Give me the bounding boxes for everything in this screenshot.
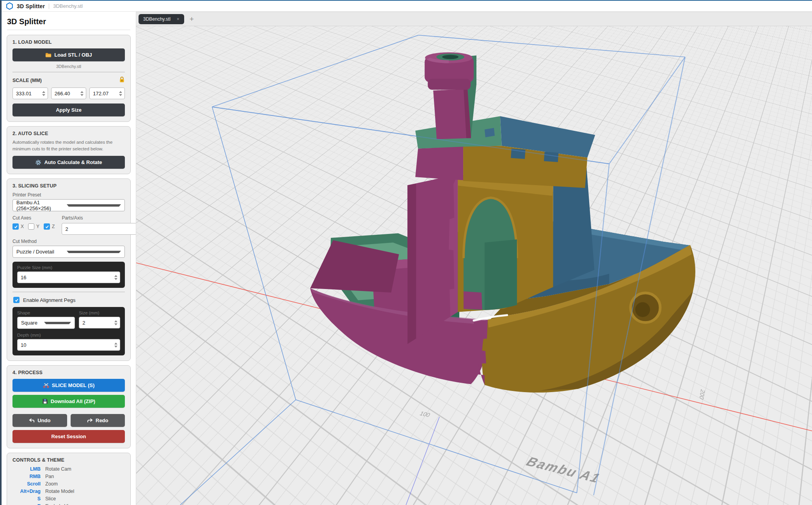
reset-session-button[interactable]: Reset Session [12,430,125,443]
scene-overlay: 100 100 200 Bambu A1 [136,26,812,505]
cut-method-label: Cut Method [12,239,125,244]
shortcut-row: LMBRotate Cam [12,466,125,472]
scale-z-stepper[interactable] [117,91,124,96]
printer-preset-label: Printer Preset [12,192,125,198]
app-window: 3D Splitter 3DBenchy.stl 3D Splitter 1. … [0,0,812,505]
cut-axis-y-checkbox[interactable] [28,223,34,230]
apply-size-button[interactable]: Apply Size [12,103,125,116]
sidebar-title-rule [7,30,130,30]
header-separator [49,4,49,9]
scale-y-field[interactable] [51,87,87,99]
load-model-heading: 1. LOAD MODEL [12,39,125,45]
scale-z-field[interactable] [89,87,125,99]
parts-axis-field[interactable] [62,223,136,235]
scene-canvas[interactable]: 100 100 200 Bambu A1 [136,26,812,505]
app-title: 3D Splitter [17,3,45,9]
panel-slicing-setup: 3. SLICING SETUP Printer Preset Bambu A1… [7,178,131,361]
redo-button[interactable]: Redo [71,414,125,427]
puzzle-size-field[interactable] [17,271,120,283]
peg-depth-label: Depth (mm) [17,333,120,337]
peg-depth-stepper[interactable] [112,343,120,348]
parts-axis-input[interactable] [62,226,134,232]
shortcut-row: Alt+DragRotate Model [12,489,125,494]
puzzle-size-input[interactable] [18,275,112,280]
chevron-down-icon [44,322,71,324]
cut-method-select[interactable]: Puzzle / Dovetail [12,246,125,258]
app-header: 3D Splitter 3DBenchy.stl [2,1,812,12]
cut-axis-z-label: Z [52,224,55,229]
shortcut-row: RMBPan [12,474,125,479]
new-tab-button[interactable]: + [190,15,194,23]
download-all-button[interactable]: Download All (ZIP) [12,395,125,408]
peg-shape-label: Shape [17,310,75,315]
scale-y-stepper[interactable] [78,91,86,96]
open-file-name: 3DBenchy.stl [53,3,83,9]
sidebar: 3D Splitter 1. LOAD MODEL Load STL / OBJ… [2,12,136,505]
scale-y-input[interactable] [52,91,78,96]
puzzle-size-stepper[interactable] [112,275,120,280]
scissors-icon [43,382,49,388]
cut-axis-z-checkbox[interactable] [44,223,50,230]
scale-z-input[interactable] [90,91,117,96]
cut-axis-x-label: X [21,224,24,229]
app-logo-hexagon-icon [6,2,13,10]
panel-divider [12,72,125,72]
redo-arrow-icon [87,418,93,423]
cut-axes-label: Cut Axes [12,215,57,221]
tab-3dbenchy[interactable]: 3DBenchy.stl × [139,14,184,24]
folder-icon [45,52,52,58]
y-axis-line [406,417,439,505]
slice-model-button[interactable]: SLICE MODEL (S) [12,379,125,392]
viewport-3d[interactable]: 3DBenchy.stl × + [136,12,812,505]
parts-axis-label: Parts/Axis [62,215,136,221]
auto-calculate-rotate-button[interactable]: Auto Calculate & Rotate [12,156,125,169]
chevron-down-icon [67,204,121,207]
load-stl-obj-button[interactable]: Load STL / OBJ [12,48,125,61]
cut-axis-y-label: Y [36,224,39,229]
peg-depth-input[interactable] [18,342,112,348]
panel-controls-theme: CONTROLS & THEME LMBRotate Cam RMBPan Sc… [7,453,131,505]
tab-bar: 3DBenchy.stl × + [136,12,812,26]
scale-x-stepper[interactable] [40,91,48,96]
shortcut-row: EExplode View [12,503,125,505]
auto-slice-description: Automatically rotates the model and calc… [12,139,125,152]
puzzle-options-panel: Puzzle Size (mm) [12,262,125,288]
tab-label: 3DBenchy.stl [143,16,171,22]
auto-slice-heading: 2. AUTO SLICE [12,131,125,136]
benchy-model[interactable] [310,52,695,393]
save-icon [42,398,48,404]
cut-axis-x-checkbox[interactable] [12,223,19,230]
gear-icon [35,159,41,166]
enable-alignment-pegs-checkbox[interactable] [13,297,20,303]
peg-options-panel: Shape Square Size (mm) [12,307,125,355]
peg-size-field[interactable] [79,317,120,328]
grid-label: 200 [698,388,706,401]
loaded-filename: 3DBenchy.stl [12,64,125,69]
shortcut-row: SSlice [12,496,125,501]
peg-size-input[interactable] [79,320,112,326]
scale-x-input[interactable] [13,91,40,96]
peg-depth-field[interactable] [17,339,120,351]
panel-auto-slice: 2. AUTO SLICE Automatically rotates the … [7,126,131,174]
shortcut-list: LMBRotate Cam RMBPan ScrollZoom Alt+Drag… [12,466,125,505]
chevron-down-icon [67,251,121,253]
undo-button[interactable]: Undo [12,414,67,427]
printer-preset-select[interactable]: Bambu A1 (256×256×256) [12,199,125,211]
scale-lock-icon[interactable] [119,76,125,84]
peg-size-stepper[interactable] [112,320,120,325]
enable-alignment-pegs-label: Enable Alignment Pegs [23,297,75,303]
bed-name-label: Bambu A1 [523,455,605,485]
scale-x-field[interactable] [12,87,48,99]
panel-load-model: 1. LOAD MODEL Load STL / OBJ 3DBenchy.st… [7,35,131,122]
puzzle-size-label: Puzzle Size (mm) [17,265,120,270]
panel-divider [12,292,125,292]
tab-close-icon[interactable]: × [177,16,179,22]
peg-shape-select[interactable]: Square [17,317,75,329]
controls-theme-heading: CONTROLS & THEME [12,457,125,463]
panel-process: 4. PROCESS SLICE MODEL (S) Download All … [7,365,131,448]
peg-size-label: Size (mm) [79,310,120,315]
undo-arrow-icon [29,418,35,423]
slicing-setup-heading: 3. SLICING SETUP [12,183,125,189]
grid-label: 100 [419,410,432,418]
shortcut-row: ScrollZoom [12,481,125,487]
